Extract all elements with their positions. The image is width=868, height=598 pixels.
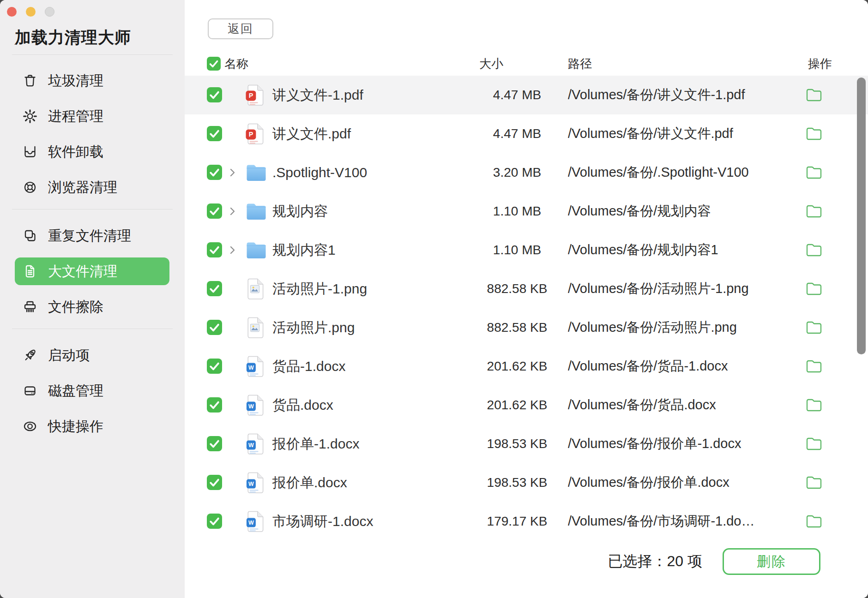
chevron-right-icon[interactable] (227, 244, 237, 257)
sidebar-item-label: 垃圾清理 (48, 72, 103, 90)
word-file-icon: W (246, 355, 264, 377)
selection-count: 已选择：20 项 (608, 551, 702, 572)
file-path: /Volumes/备份/货品.docx (568, 396, 826, 414)
file-size: 4.47 MB (471, 88, 563, 102)
disk-icon (22, 383, 38, 399)
file-name: 市场调研-1.docx (272, 512, 373, 531)
file-name: 讲义文件-1.pdf (272, 86, 363, 105)
reveal-folder-icon[interactable] (806, 359, 822, 373)
main-panel: 返回 名称 大小 路径 操作 P讲义文件-1.pdf4.47 MB/Volume… (185, 0, 868, 598)
reveal-folder-icon[interactable] (806, 88, 822, 102)
app-window: 加载力清理大师 垃圾清理进程管理软件卸载浏览器清理重复文件清理大文件清理文件擦除… (0, 0, 868, 598)
sidebar-item-process-manager[interactable]: 进程管理 (15, 102, 169, 130)
file-path: /Volumes/备份/.Spotlight-V100 (568, 163, 826, 182)
row-checkbox[interactable] (207, 397, 222, 413)
reveal-folder-icon[interactable] (806, 166, 822, 179)
table-row: W货品-1.docx201.62 KB/Volumes/备份/货品-1.docx (185, 347, 868, 386)
app-title: 加载力清理大师 (15, 28, 131, 47)
row-checkbox[interactable] (207, 475, 222, 490)
row-checkbox[interactable] (207, 126, 222, 141)
file-name: 货品.docx (272, 396, 333, 415)
copy-icon (22, 228, 38, 244)
table-row: W报价单.docx198.53 KB/Volumes/备份/报价单.docx (185, 463, 868, 502)
chevron-right-icon[interactable] (227, 205, 237, 218)
sidebar-item-large-file-cleanup[interactable]: 大文件清理 (15, 257, 169, 285)
scrollbar[interactable] (857, 78, 866, 354)
file-name: 报价单.docx (272, 473, 347, 492)
table-row: W市场调研-1.docx179.17 KB/Volumes/备份/市场调研-1.… (185, 502, 868, 541)
back-button[interactable]: 返回 (208, 18, 273, 39)
file-path: /Volumes/备份/货品-1.docx (568, 357, 826, 376)
sidebar-item-quick-actions[interactable]: 快捷操作 (15, 413, 169, 440)
folder-icon (246, 241, 267, 259)
sidebar-item-label: 重复文件清理 (48, 227, 131, 245)
row-checkbox[interactable] (207, 436, 222, 451)
sidebar-item-label: 文件擦除 (48, 298, 103, 317)
sidebar-item-label: 进程管理 (48, 107, 103, 126)
reveal-folder-icon[interactable] (806, 282, 822, 296)
divider (12, 209, 173, 209)
image-file-icon (246, 317, 264, 339)
row-checkbox[interactable] (207, 87, 222, 102)
word-file-icon: W (246, 394, 264, 416)
file-name: 规划内容 (272, 202, 328, 221)
reveal-folder-icon[interactable] (806, 321, 822, 335)
svg-text:W: W (248, 481, 254, 487)
row-checkbox[interactable] (207, 320, 222, 335)
row-checkbox[interactable] (207, 514, 222, 529)
minimize-button[interactable] (26, 7, 36, 17)
reveal-folder-icon[interactable] (806, 514, 822, 528)
row-checkbox[interactable] (207, 203, 222, 219)
row-checkbox[interactable] (207, 281, 222, 296)
close-button[interactable] (7, 7, 17, 17)
trash-icon (22, 73, 38, 89)
file-size: 3.20 MB (471, 165, 563, 180)
column-header-size: 大小 (479, 56, 503, 72)
sidebar-item-duplicate-file-cleanup[interactable]: 重复文件清理 (15, 222, 169, 250)
sidebar-item-trash-cleanup[interactable]: 垃圾清理 (15, 67, 169, 95)
reveal-folder-icon[interactable] (806, 476, 822, 490)
reveal-folder-icon[interactable] (806, 127, 822, 141)
sidebar-item-browser-cleanup[interactable]: 浏览器清理 (15, 173, 169, 201)
table-row: P讲义文件.pdf4.47 MB/Volumes/备份/讲义文件.pdf (185, 114, 868, 153)
reveal-folder-icon[interactable] (806, 398, 822, 412)
delete-button[interactable]: 删除 (723, 548, 820, 575)
reveal-folder-icon[interactable] (806, 204, 822, 218)
tray-icon (22, 144, 38, 160)
svg-text:P: P (249, 92, 253, 99)
reveal-folder-icon[interactable] (806, 243, 822, 257)
sidebar-item-label: 浏览器清理 (48, 178, 117, 197)
folder-icon (246, 164, 267, 181)
file-size: 201.62 KB (471, 359, 563, 374)
column-header-path: 路径 (568, 56, 592, 72)
file-name: 报价单-1.docx (272, 435, 359, 454)
chevron-right-icon[interactable] (227, 166, 237, 179)
pdf-file-icon: P (246, 84, 264, 106)
file-name: 讲义文件.pdf (272, 125, 351, 144)
select-all-checkbox[interactable] (207, 57, 221, 71)
table-row: W报价单-1.docx198.53 KB/Volumes/备份/报价单-1.do… (185, 425, 868, 463)
table-row: .Spotlight-V1003.20 MB/Volumes/备份/.Spotl… (185, 153, 868, 192)
sidebar-item-startup-items[interactable]: 启动项 (15, 341, 169, 369)
row-checkbox[interactable] (207, 359, 222, 374)
word-file-icon: W (246, 433, 264, 455)
row-checkbox[interactable] (207, 165, 222, 180)
svg-text:W: W (248, 520, 254, 526)
svg-text:W: W (248, 442, 254, 448)
lifebuoy-icon (22, 179, 38, 195)
file-size: 201.62 KB (471, 398, 563, 413)
sidebar-item-disk-manager[interactable]: 磁盘管理 (15, 377, 169, 405)
file-path: /Volumes/备份/报价单.docx (568, 473, 826, 492)
sidebar-item-file-shredder[interactable]: 文件擦除 (15, 293, 169, 321)
row-checkbox[interactable] (207, 242, 222, 257)
table-row: 规划内容1.10 MB/Volumes/备份/规划内容 (185, 192, 868, 231)
file-path: /Volumes/备份/讲义文件-1.pdf (568, 86, 826, 104)
file-size: 198.53 KB (471, 475, 563, 490)
file-path: /Volumes/备份/规划内容1 (568, 241, 826, 259)
reveal-folder-icon[interactable] (806, 437, 822, 451)
sidebar-nav: 垃圾清理进程管理软件卸载浏览器清理重复文件清理大文件清理文件擦除启动项磁盘管理快… (0, 67, 185, 448)
sidebar-item-app-uninstall[interactable]: 软件卸载 (15, 138, 169, 166)
zoom-button[interactable] (45, 7, 54, 17)
svg-text:W: W (248, 403, 254, 410)
table-row: 活动照片.png882.58 KB/Volumes/备份/活动照片.png (185, 308, 868, 347)
